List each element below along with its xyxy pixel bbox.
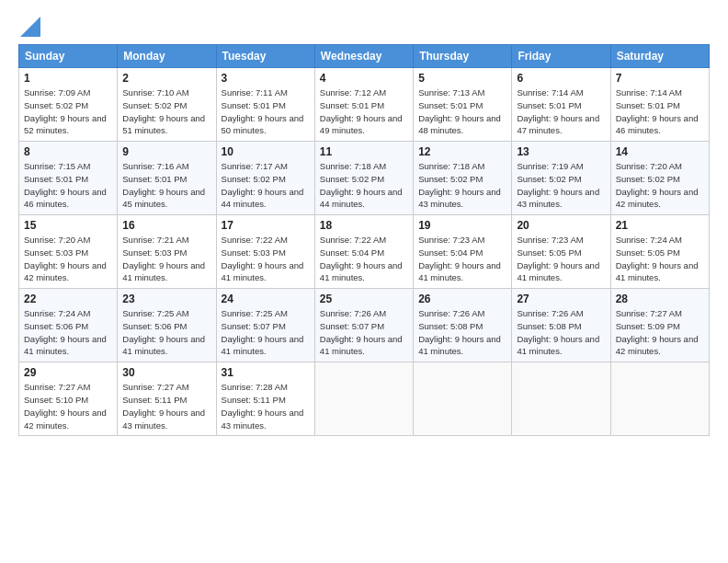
calendar-cell: 14Sunrise: 7:20 AM Sunset: 5:02 PM Dayli… <box>610 142 709 215</box>
day-info: Sunrise: 7:25 AM Sunset: 5:07 PM Dayligh… <box>222 307 310 358</box>
calendar-cell: 13Sunrise: 7:19 AM Sunset: 5:02 PM Dayli… <box>512 142 610 215</box>
calendar-cell: 8Sunrise: 7:15 AM Sunset: 5:01 PM Daylig… <box>19 142 118 215</box>
day-number: 30 <box>122 366 210 379</box>
calendar-cell: 17Sunrise: 7:22 AM Sunset: 5:03 PM Dayli… <box>216 215 314 289</box>
svg-marker-0 <box>20 17 40 37</box>
day-info: Sunrise: 7:20 AM Sunset: 5:03 PM Dayligh… <box>24 234 112 284</box>
calendar-week-5: 29Sunrise: 7:27 AM Sunset: 5:10 PM Dayli… <box>19 362 710 436</box>
day-info: Sunrise: 7:23 AM Sunset: 5:04 PM Dayligh… <box>418 234 506 284</box>
day-info: Sunrise: 7:22 AM Sunset: 5:04 PM Dayligh… <box>320 234 408 284</box>
day-info: Sunrise: 7:14 AM Sunset: 5:01 PM Dayligh… <box>616 86 704 137</box>
day-info: Sunrise: 7:18 AM Sunset: 5:02 PM Dayligh… <box>320 160 408 211</box>
day-info: Sunrise: 7:23 AM Sunset: 5:05 PM Dayligh… <box>517 234 605 284</box>
day-info: Sunrise: 7:19 AM Sunset: 5:02 PM Dayligh… <box>517 160 605 211</box>
calendar-cell: 22Sunrise: 7:24 AM Sunset: 5:06 PM Dayli… <box>19 289 118 362</box>
day-number: 18 <box>320 219 408 232</box>
header <box>18 17 710 35</box>
day-number: 15 <box>24 219 112 232</box>
day-info: Sunrise: 7:28 AM Sunset: 5:11 PM Dayligh… <box>222 381 310 431</box>
calendar-cell: 27Sunrise: 7:26 AM Sunset: 5:08 PM Dayli… <box>512 289 610 362</box>
calendar-cell: 1Sunrise: 7:09 AM Sunset: 5:02 PM Daylig… <box>19 68 118 142</box>
day-number: 23 <box>122 293 210 305</box>
calendar-cell: 3Sunrise: 7:11 AM Sunset: 5:01 PM Daylig… <box>216 68 314 142</box>
day-number: 28 <box>616 293 704 305</box>
day-info: Sunrise: 7:27 AM Sunset: 5:11 PM Dayligh… <box>122 381 210 431</box>
day-number: 25 <box>320 293 408 305</box>
day-info: Sunrise: 7:27 AM Sunset: 5:09 PM Dayligh… <box>616 307 704 358</box>
calendar-header-row: SundayMondayTuesdayWednesdayThursdayFrid… <box>19 45 710 68</box>
day-info: Sunrise: 7:26 AM Sunset: 5:08 PM Dayligh… <box>418 307 506 358</box>
calendar-header-friday: Friday <box>512 45 610 68</box>
calendar-body: 1Sunrise: 7:09 AM Sunset: 5:02 PM Daylig… <box>19 68 710 436</box>
day-number: 1 <box>24 72 112 85</box>
day-number: 24 <box>222 293 310 305</box>
day-info: Sunrise: 7:10 AM Sunset: 5:02 PM Dayligh… <box>122 86 210 137</box>
calendar-cell: 4Sunrise: 7:12 AM Sunset: 5:01 PM Daylig… <box>314 68 413 142</box>
calendar-header-wednesday: Wednesday <box>314 45 413 68</box>
day-info: Sunrise: 7:22 AM Sunset: 5:03 PM Dayligh… <box>222 234 310 284</box>
calendar-header-thursday: Thursday <box>414 45 512 68</box>
calendar-week-1: 1Sunrise: 7:09 AM Sunset: 5:02 PM Daylig… <box>19 68 710 142</box>
day-number: 6 <box>517 72 605 85</box>
calendar-cell <box>512 362 610 436</box>
day-number: 3 <box>222 72 310 85</box>
day-number: 29 <box>24 366 112 379</box>
day-number: 21 <box>616 219 704 232</box>
day-number: 9 <box>122 145 210 158</box>
calendar-cell <box>314 362 413 436</box>
page: SundayMondayTuesdayWednesdayThursdayFrid… <box>0 0 728 447</box>
calendar-cell: 30Sunrise: 7:27 AM Sunset: 5:11 PM Dayli… <box>118 362 216 436</box>
day-info: Sunrise: 7:16 AM Sunset: 5:01 PM Dayligh… <box>122 160 210 211</box>
calendar-cell: 6Sunrise: 7:14 AM Sunset: 5:01 PM Daylig… <box>512 68 610 142</box>
day-number: 20 <box>517 219 605 232</box>
day-info: Sunrise: 7:24 AM Sunset: 5:05 PM Dayligh… <box>616 234 704 284</box>
calendar-cell: 24Sunrise: 7:25 AM Sunset: 5:07 PM Dayli… <box>216 289 314 362</box>
day-number: 12 <box>418 145 506 158</box>
day-info: Sunrise: 7:25 AM Sunset: 5:06 PM Dayligh… <box>122 307 210 358</box>
day-info: Sunrise: 7:18 AM Sunset: 5:02 PM Dayligh… <box>418 160 506 211</box>
calendar-cell: 9Sunrise: 7:16 AM Sunset: 5:01 PM Daylig… <box>118 142 216 215</box>
calendar-cell: 26Sunrise: 7:26 AM Sunset: 5:08 PM Dayli… <box>414 289 512 362</box>
day-info: Sunrise: 7:26 AM Sunset: 5:07 PM Dayligh… <box>320 307 408 358</box>
calendar-cell <box>414 362 512 436</box>
calendar-cell <box>610 362 709 436</box>
calendar-week-2: 8Sunrise: 7:15 AM Sunset: 5:01 PM Daylig… <box>19 142 710 215</box>
calendar-cell: 2Sunrise: 7:10 AM Sunset: 5:02 PM Daylig… <box>118 68 216 142</box>
calendar-cell: 10Sunrise: 7:17 AM Sunset: 5:02 PM Dayli… <box>216 142 314 215</box>
day-number: 8 <box>24 145 112 158</box>
day-info: Sunrise: 7:24 AM Sunset: 5:06 PM Dayligh… <box>24 307 112 358</box>
calendar: SundayMondayTuesdayWednesdayThursdayFrid… <box>18 44 710 436</box>
calendar-cell: 16Sunrise: 7:21 AM Sunset: 5:03 PM Dayli… <box>118 215 216 289</box>
day-info: Sunrise: 7:13 AM Sunset: 5:01 PM Dayligh… <box>418 86 506 137</box>
day-number: 26 <box>418 293 506 305</box>
calendar-cell: 20Sunrise: 7:23 AM Sunset: 5:05 PM Dayli… <box>512 215 610 289</box>
day-info: Sunrise: 7:14 AM Sunset: 5:01 PM Dayligh… <box>517 86 605 137</box>
day-info: Sunrise: 7:21 AM Sunset: 5:03 PM Dayligh… <box>122 234 210 284</box>
day-info: Sunrise: 7:27 AM Sunset: 5:10 PM Dayligh… <box>24 381 112 431</box>
day-number: 2 <box>122 72 210 85</box>
calendar-header-sunday: Sunday <box>19 45 118 68</box>
calendar-cell: 29Sunrise: 7:27 AM Sunset: 5:10 PM Dayli… <box>19 362 118 436</box>
calendar-cell: 18Sunrise: 7:22 AM Sunset: 5:04 PM Dayli… <box>314 215 413 289</box>
day-number: 7 <box>616 72 704 85</box>
calendar-cell: 11Sunrise: 7:18 AM Sunset: 5:02 PM Dayli… <box>314 142 413 215</box>
calendar-header-saturday: Saturday <box>610 45 709 68</box>
day-number: 5 <box>418 72 506 85</box>
calendar-cell: 25Sunrise: 7:26 AM Sunset: 5:07 PM Dayli… <box>314 289 413 362</box>
day-number: 10 <box>222 145 310 158</box>
calendar-cell: 12Sunrise: 7:18 AM Sunset: 5:02 PM Dayli… <box>414 142 512 215</box>
calendar-cell: 5Sunrise: 7:13 AM Sunset: 5:01 PM Daylig… <box>414 68 512 142</box>
calendar-cell: 15Sunrise: 7:20 AM Sunset: 5:03 PM Dayli… <box>19 215 118 289</box>
day-info: Sunrise: 7:20 AM Sunset: 5:02 PM Dayligh… <box>616 160 704 211</box>
calendar-header-monday: Monday <box>118 45 216 68</box>
calendar-cell: 7Sunrise: 7:14 AM Sunset: 5:01 PM Daylig… <box>610 68 709 142</box>
day-number: 22 <box>24 293 112 305</box>
logo <box>18 17 40 35</box>
calendar-header-tuesday: Tuesday <box>216 45 314 68</box>
calendar-cell: 23Sunrise: 7:25 AM Sunset: 5:06 PM Dayli… <box>118 289 216 362</box>
day-info: Sunrise: 7:26 AM Sunset: 5:08 PM Dayligh… <box>517 307 605 358</box>
day-info: Sunrise: 7:12 AM Sunset: 5:01 PM Dayligh… <box>320 86 408 137</box>
day-number: 11 <box>320 145 408 158</box>
day-number: 16 <box>122 219 210 232</box>
calendar-cell: 21Sunrise: 7:24 AM Sunset: 5:05 PM Dayli… <box>610 215 709 289</box>
